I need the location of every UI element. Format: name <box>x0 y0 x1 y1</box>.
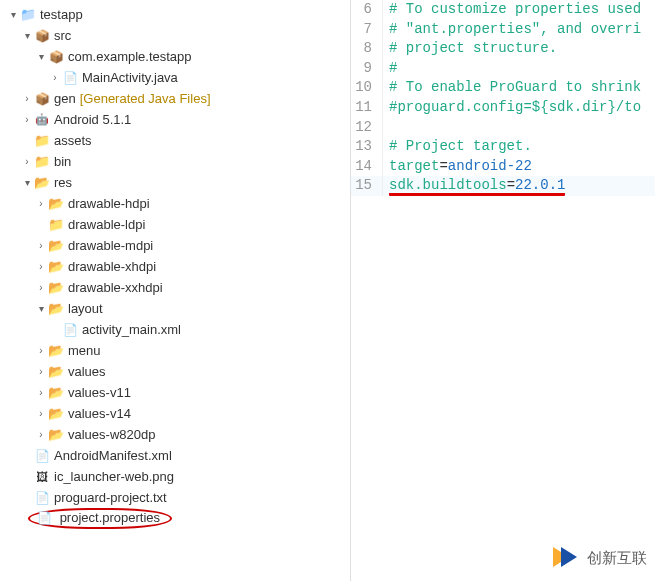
chevron-right-icon[interactable]: › <box>34 387 48 398</box>
folder-icon <box>48 280 64 296</box>
folder-icon <box>48 196 64 212</box>
chevron-right-icon[interactable]: › <box>34 198 48 209</box>
line-number: 9 <box>351 59 383 79</box>
tree-node-file[interactable]: · proguard-project.txt <box>6 487 350 508</box>
code-line[interactable]: 10 # To enable ProGuard to shrink <box>351 78 655 98</box>
code-line[interactable]: 14 target=android-22 <box>351 157 655 177</box>
tree-node-folder[interactable]: › drawable-xhdpi <box>6 256 350 277</box>
folder-icon <box>48 406 64 422</box>
chevron-right-icon[interactable]: › <box>34 429 48 440</box>
tree-node-folder[interactable]: › values-v11 <box>6 382 350 403</box>
code-text: # To enable ProGuard to shrink <box>383 78 641 98</box>
tree-label: drawable-ldpi <box>68 217 145 232</box>
code-line[interactable]: 8 # project structure. <box>351 39 655 59</box>
tree-node-folder[interactable]: › values <box>6 361 350 382</box>
xml-file-icon <box>62 322 78 338</box>
tree-label: menu <box>68 343 101 358</box>
code-line[interactable]: 11 #proguard.config=${sdk.dir}/to <box>351 98 655 118</box>
tree-node-project-properties[interactable]: · project.properties <box>6 508 350 529</box>
tree-node-folder[interactable]: › drawable-hdpi <box>6 193 350 214</box>
code-line[interactable]: 7 # "ant.properties", and overri <box>351 20 655 40</box>
chevron-right-icon[interactable]: › <box>20 114 34 125</box>
chevron-down-icon[interactable]: ▾ <box>34 51 48 62</box>
chevron-right-icon[interactable]: › <box>48 72 62 83</box>
chevron-right-icon[interactable]: › <box>34 240 48 251</box>
tree-label: Android 5.1.1 <box>54 112 131 127</box>
code-line-current[interactable]: 15 sdk.buildtools=22.0.1 <box>351 176 655 196</box>
folder-icon <box>48 238 64 254</box>
tree-node-folder[interactable]: › drawable-xxhdpi <box>6 277 350 298</box>
chevron-right-icon[interactable]: › <box>34 345 48 356</box>
chevron-right-icon[interactable]: › <box>34 282 48 293</box>
line-number: 10 <box>351 78 383 98</box>
tree-node-android[interactable]: › Android 5.1.1 <box>6 109 350 130</box>
tree-node-file[interactable]: · activity_main.xml <box>6 319 350 340</box>
code-text: # <box>383 59 397 79</box>
tree-node-folder[interactable]: › menu <box>6 340 350 361</box>
tree-node-assets[interactable]: · assets <box>6 130 350 151</box>
spacer: · <box>48 324 62 335</box>
chevron-down-icon[interactable]: ▾ <box>34 303 48 314</box>
chevron-right-icon[interactable]: › <box>34 261 48 272</box>
code-text: # project structure. <box>383 39 557 59</box>
tree-label: values-w820dp <box>68 427 155 442</box>
tree-node-folder[interactable]: › values-w820dp <box>6 424 350 445</box>
tree-node-gen[interactable]: › gen [Generated Java Files] <box>6 88 350 109</box>
watermark-logo-icon <box>553 543 581 571</box>
tree-label: MainActivity.java <box>82 70 178 85</box>
tree-node-root[interactable]: ▾ testapp <box>6 4 350 25</box>
tree-node-file[interactable]: · ic_launcher-web.png <box>6 466 350 487</box>
code-text: #proguard.config=${sdk.dir}/to <box>383 98 641 118</box>
xml-file-icon <box>34 448 50 464</box>
tree-label: AndroidManifest.xml <box>54 448 172 463</box>
chevron-right-icon[interactable]: › <box>20 156 34 167</box>
chevron-right-icon[interactable]: › <box>34 408 48 419</box>
spacer: · <box>20 471 34 482</box>
tree-node-folder[interactable]: › values-v14 <box>6 403 350 424</box>
chevron-right-icon[interactable]: › <box>34 366 48 377</box>
tree-label: proguard-project.txt <box>54 490 167 505</box>
code-text: # Project target. <box>383 137 532 157</box>
code-line[interactable]: 13 # Project target. <box>351 137 655 157</box>
folder-icon <box>34 133 50 149</box>
chevron-down-icon[interactable]: ▾ <box>6 9 20 20</box>
code-editor[interactable]: 6 # To customize properties used 7 # "an… <box>350 0 655 581</box>
tree-node-layout[interactable]: ▾ layout <box>6 298 350 319</box>
tree-node-file[interactable]: › MainActivity.java <box>6 67 350 88</box>
line-number: 6 <box>351 0 383 20</box>
line-number: 7 <box>351 20 383 40</box>
tree-node-package[interactable]: ▾ com.example.testapp <box>6 46 350 67</box>
chevron-down-icon[interactable]: ▾ <box>20 177 34 188</box>
tree-node-folder[interactable]: · drawable-ldpi <box>6 214 350 235</box>
code-text: # "ant.properties", and overri <box>383 20 641 40</box>
tree-label: activity_main.xml <box>82 322 181 337</box>
tree-label: values <box>68 364 106 379</box>
folder-icon <box>34 154 50 170</box>
tree-node-src[interactable]: ▾ src <box>6 25 350 46</box>
tree-node-res[interactable]: ▾ res <box>6 172 350 193</box>
project-explorer[interactable]: ▾ testapp ▾ src ▾ com.example.testapp › … <box>0 0 350 581</box>
tree-node-folder[interactable]: › drawable-mdpi <box>6 235 350 256</box>
tree-label: ic_launcher-web.png <box>54 469 174 484</box>
folder-icon <box>48 217 64 233</box>
code-line[interactable]: 12 <box>351 118 655 138</box>
package-icon <box>48 49 64 65</box>
line-number: 12 <box>351 118 383 138</box>
tree-label: drawable-xxhdpi <box>68 280 163 295</box>
android-icon <box>34 112 50 128</box>
tree-label: src <box>54 28 71 43</box>
tree-note: [Generated Java Files] <box>80 91 211 106</box>
folder-icon <box>48 364 64 380</box>
tree-label: testapp <box>40 7 83 22</box>
tree-node-bin[interactable]: › bin <box>6 151 350 172</box>
code-line[interactable]: 6 # To customize properties used <box>351 0 655 20</box>
chevron-right-icon[interactable]: › <box>20 93 34 104</box>
watermark: 创新互联 <box>553 543 647 571</box>
tree-label: project.properties <box>60 510 160 525</box>
properties-file-icon <box>36 510 52 526</box>
tree-label: values-v11 <box>68 385 131 400</box>
code-line[interactable]: 9 # <box>351 59 655 79</box>
tree-node-file[interactable]: · AndroidManifest.xml <box>6 445 350 466</box>
annotation-underline: sdk.buildtools=22.0.1 <box>389 177 565 196</box>
chevron-down-icon[interactable]: ▾ <box>20 30 34 41</box>
